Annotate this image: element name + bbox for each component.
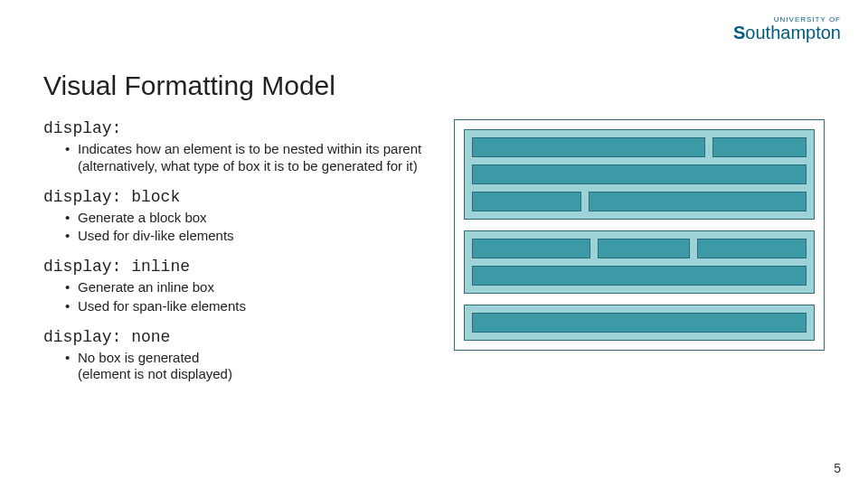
block-box (464, 129, 815, 220)
inline-bar (472, 239, 590, 258)
diagram-column (454, 119, 825, 396)
section-none: display: none No box is generated (eleme… (43, 328, 432, 384)
bullet: No box is generated (element is not disp… (65, 350, 432, 384)
section-heading: display: block (43, 188, 432, 206)
section-heading: display: none (43, 328, 432, 346)
inline-bar (472, 313, 807, 333)
inline-bar (697, 239, 807, 258)
inline-bar (472, 164, 807, 184)
inline-bar (472, 266, 807, 286)
page-title: Visual Formatting Model (43, 70, 825, 101)
inline-bar (472, 137, 705, 157)
page-number: 5 (834, 461, 841, 475)
inline-bar (589, 192, 807, 211)
section-heading: display: inline (43, 258, 432, 276)
section-inline: display: inline Generate an inline box U… (43, 258, 432, 315)
bullet: Generate a block box (65, 210, 432, 227)
bullet: Indicates how an element is to be nested… (65, 141, 432, 175)
block-box (464, 305, 815, 341)
logo-name: Southampton (733, 23, 841, 42)
university-logo: UNIVERSITY OF Southampton (733, 16, 841, 42)
bullet: Used for span-like elements (65, 298, 432, 315)
bullet: Used for div-like elements (65, 228, 432, 245)
section-heading: display: (43, 119, 432, 137)
inline-bar (472, 192, 581, 211)
block-box (464, 230, 815, 294)
bullet: Generate an inline box (65, 279, 432, 296)
inline-bar (598, 239, 689, 258)
section-display: display: Indicates how an element is to … (43, 119, 432, 175)
section-block: display: block Generate a block box Used… (43, 188, 432, 246)
text-column: display: Indicates how an element is to … (43, 119, 432, 396)
inline-bar (712, 137, 807, 157)
box-diagram (454, 119, 825, 351)
